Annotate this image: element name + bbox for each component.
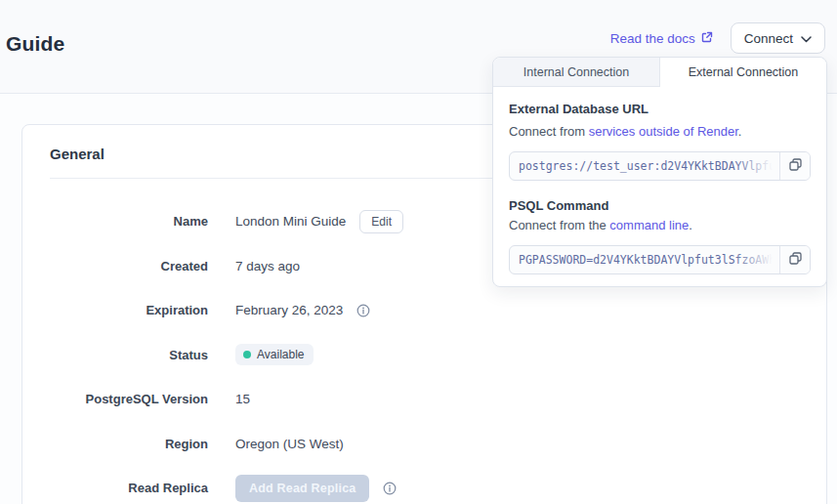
external-database-url-input[interactable]: postgres://test_user:d2V4YKktBDAYVlpfut3… [510,152,779,180]
row-label: Region [50,437,208,451]
row-label: Created [50,259,208,273]
tab-internal-connection[interactable]: Internal Connection [493,58,660,87]
external-database-url-desc: Connect from services outside of Render. [509,124,811,139]
text-fade-overlay [734,152,779,180]
row-value-wrap: Add Read Replica [235,475,397,502]
status-dot [243,351,251,358]
info-icon[interactable] [383,482,397,495]
row-value-wrap: Oregon (US West) [235,437,344,451]
chevron-down-icon [801,31,812,46]
status-badge: Available [235,344,314,365]
row-label: PostgreSQL Version [50,392,208,406]
connect-button[interactable]: Connect [731,22,825,54]
row-value: February 26, 2023 [235,303,343,317]
row-value: 15 [235,392,250,406]
desc-text: Connect from the [509,218,609,232]
row-value-wrap: London Mini GuideEdit [235,210,403,233]
info-icon[interactable] [356,304,370,317]
row-label: Status [50,348,208,362]
page-title: Guide [6,32,65,56]
connect-tabbar: Internal Connection External Connection [493,58,826,87]
tab-external-connection[interactable]: External Connection [660,58,826,87]
status-badge-label: Available [257,348,304,361]
row-label: Read Replica [50,481,208,495]
desc-text: . [689,218,692,232]
table-row: Read ReplicaAdd Read Replica [22,466,826,504]
copy-icon [789,252,802,268]
table-row: ExpirationFebruary 26, 2023 [22,288,826,333]
copy-icon [789,158,802,174]
table-row: RegionOregon (US West) [22,422,826,467]
table-row: StatusAvailable [22,333,826,378]
add-read-replica-button[interactable]: Add Read Replica [235,475,369,502]
services-outside-render-link[interactable]: services outside of Render [589,124,738,139]
row-label: Expiration [50,303,208,317]
external-database-url-heading: External Database URL [509,102,811,116]
desc-text: . [738,124,742,139]
command-line-link[interactable]: command line [609,218,689,232]
table-row: PostgreSQL Version15 [22,377,826,422]
row-label: Name [50,214,208,229]
psql-command-input[interactable]: PGPASSWORD=d2V4YKktBDAYVlpfut3lSfzoAWhwb… [510,246,779,273]
connect-button-label: Connect [744,31,793,46]
psql-command-desc: Connect from the command line. [509,218,811,232]
psql-command-input-group: PGPASSWORD=d2V4YKktBDAYVlpfut3lSfzoAWhwb… [509,245,811,274]
header-actions: Read the docs Connect [610,22,825,54]
row-value: 7 days ago [235,259,300,273]
row-value: London Mini Guide [235,214,346,229]
desc-text: Connect from [509,124,589,139]
row-value: Oregon (US West) [235,437,344,451]
row-value-wrap: 15 [235,392,250,406]
copy-psql-command-button[interactable] [779,246,810,273]
text-fade-overlay [734,246,779,273]
copy-external-url-button[interactable] [779,152,810,180]
docs-link-label: Read the docs [610,31,695,46]
read-the-docs-link[interactable]: Read the docs [610,31,713,46]
row-value-wrap: 7 days ago [235,259,300,273]
edit-button[interactable]: Edit [359,210,403,233]
psql-command-heading: PSQL Command [509,198,811,213]
popover-body: External Database URL Connect from servi… [493,87,826,289]
row-value-wrap: February 26, 2023 [235,303,370,317]
connect-popover: Internal Connection External Connection … [492,57,827,287]
row-value-wrap: Available [235,344,314,365]
external-database-url-input-group: postgres://test_user:d2V4YKktBDAYVlpfut3… [509,151,811,181]
external-link-icon [701,31,713,46]
